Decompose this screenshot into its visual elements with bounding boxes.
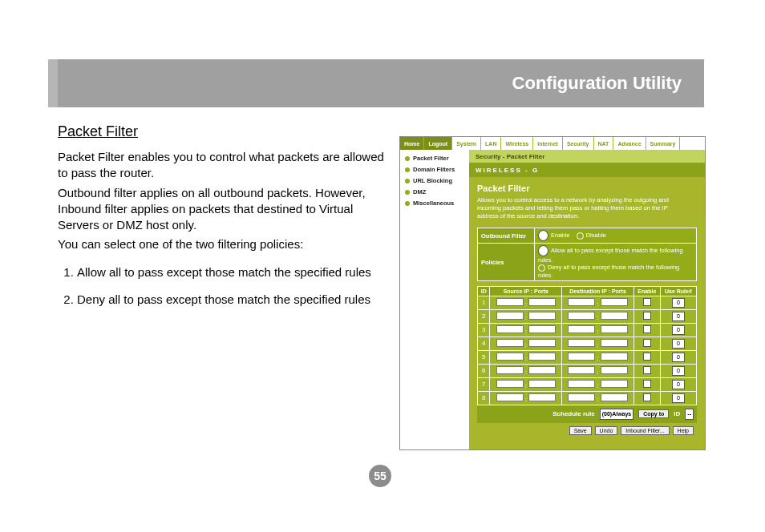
dst-ip-input[interactable] <box>568 325 595 333</box>
dst-ip-input[interactable] <box>568 366 595 374</box>
tab-home[interactable]: Home <box>400 137 424 150</box>
use-rule-input[interactable]: 0 <box>672 339 685 349</box>
sidebar-item-dmz[interactable]: DMZ <box>405 188 464 195</box>
enable-checkbox[interactable] <box>643 366 651 374</box>
sidebar-item-label: DMZ <box>413 188 426 195</box>
use-rule-input[interactable]: 0 <box>672 298 685 308</box>
use-rule-input[interactable]: 0 <box>672 325 685 335</box>
dst-port-input[interactable] <box>601 325 628 333</box>
tab-logout[interactable]: Logout <box>424 137 452 150</box>
dst-port-input[interactable] <box>601 339 628 347</box>
src-port-input[interactable] <box>528 353 556 361</box>
dst-ip-input[interactable] <box>568 393 595 401</box>
sidebar-item-packet-filter[interactable]: Packet Filter <box>405 155 464 162</box>
src-ip-input[interactable] <box>496 339 524 347</box>
dst-ip-input[interactable] <box>568 298 595 306</box>
src-port-input[interactable] <box>528 339 556 347</box>
radio-policy-allow[interactable] <box>538 245 548 256</box>
enable-checkbox[interactable] <box>643 325 651 333</box>
tab-nat[interactable]: NAT <box>594 137 614 150</box>
dst-ip-input[interactable] <box>568 339 595 347</box>
help-button[interactable]: Help <box>673 426 694 435</box>
sidebar: Packet Filter Domain Filters URL Blockin… <box>400 150 469 449</box>
schedule-id-select[interactable]: -- <box>685 409 694 420</box>
dst-port-input[interactable] <box>601 380 628 388</box>
tab-wireless[interactable]: Wireless <box>501 137 533 150</box>
dst-port-input[interactable] <box>601 366 628 374</box>
tab-advance[interactable]: Advance <box>613 137 646 150</box>
router-ui-screenshot: Home Logout System LAN Wireless Internet… <box>399 136 706 450</box>
tab-system[interactable]: System <box>452 137 481 150</box>
table-row: 8::0 <box>478 391 697 405</box>
paragraph-1: Packet Filter enables you to control wha… <box>58 149 387 182</box>
src-port-input[interactable] <box>528 393 556 401</box>
inbound-filter-button[interactable]: Inbound Filter... <box>621 426 669 435</box>
schedule-select[interactable]: (00)Always <box>600 409 634 420</box>
dst-ip-input[interactable] <box>568 380 595 388</box>
dst-port-input[interactable] <box>601 353 628 361</box>
dst-ip-input[interactable] <box>568 353 595 361</box>
radio-enable[interactable] <box>538 230 548 241</box>
sidebar-item-domain-filters[interactable]: Domain Filters <box>405 166 464 173</box>
src-ip-input[interactable] <box>496 353 524 361</box>
sidebar-item-url-blocking[interactable]: URL Blocking <box>405 177 464 184</box>
tab-security[interactable]: Security <box>563 137 594 150</box>
src-port-input[interactable] <box>528 366 556 374</box>
dst-port-input[interactable] <box>601 312 628 320</box>
disable-label: Disable <box>586 232 606 239</box>
use-rule-input[interactable]: 0 <box>672 393 685 403</box>
enable-checkbox[interactable] <box>643 312 651 320</box>
table-row: 4::0 <box>478 337 697 350</box>
enable-checkbox[interactable] <box>643 298 651 306</box>
enable-checkbox[interactable] <box>643 380 651 388</box>
use-rule-input[interactable]: 0 <box>672 312 685 321</box>
undo-button[interactable]: Undo <box>595 426 618 435</box>
dst-ip-input[interactable] <box>568 312 595 320</box>
copy-to-button[interactable]: Copy to <box>638 409 669 418</box>
src-port-input[interactable] <box>528 298 556 306</box>
row-id: 1 <box>478 296 490 309</box>
dst-port-input[interactable] <box>601 298 628 306</box>
radio-policy-deny[interactable] <box>538 264 545 272</box>
enable-checkbox[interactable] <box>643 393 651 401</box>
sidebar-item-miscellaneous[interactable]: Miscellaneous <box>405 200 464 207</box>
col-destination: Destination IP : Ports <box>562 286 634 296</box>
sidebar-item-label: Domain Filters <box>413 166 455 173</box>
tab-internet[interactable]: Internet <box>533 137 563 150</box>
src-port-input[interactable] <box>528 380 556 388</box>
bullet-icon <box>405 156 410 161</box>
src-port-input[interactable] <box>528 325 556 333</box>
table-row: 6::0 <box>478 364 697 377</box>
src-ip-input[interactable] <box>496 380 524 388</box>
header-bar: Configuration Utility <box>58 59 704 107</box>
sidebar-item-label: URL Blocking <box>413 177 452 184</box>
row-id: 3 <box>478 323 490 337</box>
row-id: 2 <box>478 309 490 323</box>
schedule-id-label: ID <box>674 410 680 417</box>
enable-checkbox[interactable] <box>643 353 651 361</box>
src-ip-input[interactable] <box>496 312 524 320</box>
src-ip-input[interactable] <box>496 325 524 333</box>
use-rule-input[interactable]: 0 <box>672 353 685 362</box>
tab-lan[interactable]: LAN <box>481 137 501 150</box>
body-text: Packet Filter enables you to control wha… <box>58 149 387 319</box>
col-id: ID <box>478 286 490 296</box>
tab-summary[interactable]: Summary <box>646 137 681 150</box>
use-rule-input[interactable]: 0 <box>672 380 685 389</box>
src-ip-input[interactable] <box>496 366 524 374</box>
brand-bar: WIRELESS - G <box>469 163 705 177</box>
radio-disable[interactable] <box>577 232 584 240</box>
table-row: 3::0 <box>478 323 697 337</box>
bullet-icon <box>405 179 410 183</box>
enable-checkbox[interactable] <box>643 339 651 347</box>
row-id: 6 <box>478 364 490 377</box>
src-port-input[interactable] <box>528 312 556 320</box>
row-id: 8 <box>478 391 490 405</box>
table-row: 2::0 <box>478 309 697 323</box>
src-ip-input[interactable] <box>496 393 524 401</box>
save-button[interactable]: Save <box>569 426 592 435</box>
use-rule-input[interactable]: 0 <box>672 366 685 376</box>
sidebar-item-label: Packet Filter <box>413 155 449 162</box>
src-ip-input[interactable] <box>496 298 524 306</box>
dst-port-input[interactable] <box>601 393 628 401</box>
